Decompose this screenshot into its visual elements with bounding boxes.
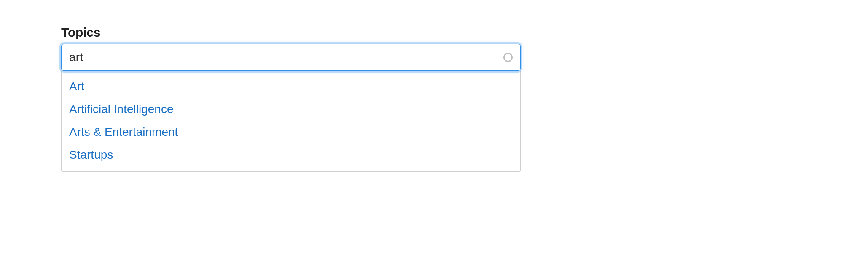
suggestions-dropdown: Art Artificial Intelligence Arts & Enter… — [61, 71, 521, 172]
loading-spinner-icon — [503, 53, 513, 62]
topics-input[interactable] — [69, 51, 503, 64]
topics-autocomplete: Topics Art Artificial Intelligence Arts … — [61, 25, 521, 172]
suggestion-option[interactable]: Art — [62, 75, 520, 98]
suggestion-option[interactable]: Startups — [62, 144, 520, 166]
suggestion-option[interactable]: Arts & Entertainment — [62, 121, 520, 144]
suggestion-option[interactable]: Artificial Intelligence — [62, 98, 520, 121]
topics-label: Topics — [61, 25, 521, 40]
topics-input-wrap[interactable] — [61, 44, 521, 71]
